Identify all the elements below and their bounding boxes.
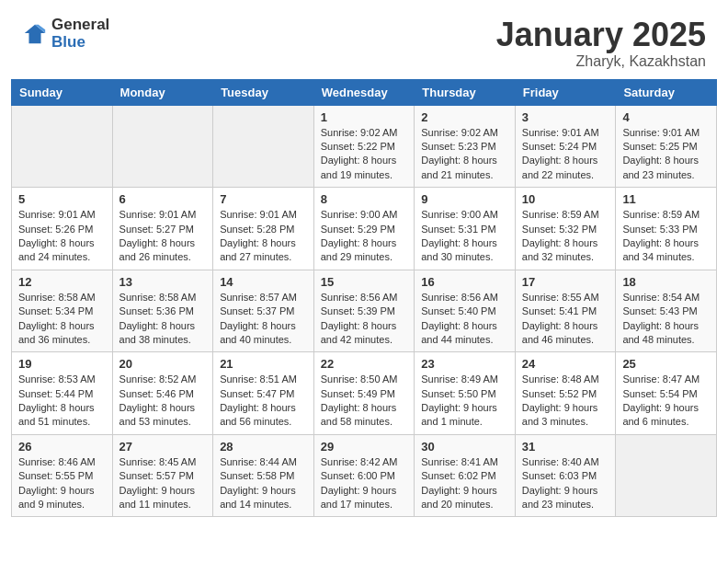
day-of-week-header: Friday (515, 79, 616, 105)
day-number: 11 (622, 192, 710, 206)
calendar-day-cell: 4Sunrise: 9:01 AMSunset: 5:25 PMDaylight… (616, 105, 717, 188)
calendar-day-cell: 12Sunrise: 8:58 AMSunset: 5:34 PMDayligh… (12, 270, 113, 352)
day-number: 16 (421, 275, 508, 289)
day-info: Sunrise: 9:01 AMSunset: 5:28 PMDaylight:… (220, 208, 307, 265)
calendar-day-cell: 16Sunrise: 8:56 AMSunset: 5:40 PMDayligh… (415, 270, 516, 352)
day-of-week-header: Tuesday (213, 79, 314, 105)
day-number: 17 (522, 275, 609, 289)
calendar-day-cell: 3Sunrise: 9:01 AMSunset: 5:24 PMDaylight… (515, 105, 616, 188)
calendar-day-cell: 1Sunrise: 9:02 AMSunset: 5:22 PMDaylight… (313, 105, 415, 188)
day-info: Sunrise: 8:55 AMSunset: 5:41 PMDaylight:… (522, 291, 609, 348)
day-number: 29 (321, 440, 408, 454)
day-info: Sunrise: 8:47 AMSunset: 5:54 PMDaylight:… (622, 373, 710, 430)
day-number: 19 (18, 357, 106, 371)
day-of-week-header: Monday (112, 79, 213, 105)
day-of-week-header: Sunday (12, 79, 113, 105)
day-number: 4 (622, 110, 710, 124)
day-info: Sunrise: 8:41 AMSunset: 6:02 PMDaylight:… (421, 455, 508, 512)
header-row: SundayMondayTuesdayWednesdayThursdayFrid… (12, 79, 717, 105)
calendar-day-cell: 27Sunrise: 8:45 AMSunset: 5:57 PMDayligh… (112, 434, 213, 517)
day-number: 23 (421, 357, 508, 371)
calendar-day-cell: 2Sunrise: 9:02 AMSunset: 5:23 PMDaylight… (415, 105, 516, 188)
calendar-day-cell: 22Sunrise: 8:50 AMSunset: 5:49 PMDayligh… (313, 352, 415, 435)
calendar-day-cell: 30Sunrise: 8:41 AMSunset: 6:02 PMDayligh… (415, 434, 516, 517)
day-number: 30 (421, 440, 508, 454)
calendar-day-cell: 23Sunrise: 8:49 AMSunset: 5:50 PMDayligh… (415, 352, 516, 435)
calendar-day-cell: 24Sunrise: 8:48 AMSunset: 5:52 PMDayligh… (515, 352, 616, 435)
day-number: 18 (622, 275, 710, 289)
day-info: Sunrise: 8:50 AMSunset: 5:49 PMDaylight:… (321, 373, 408, 430)
day-info: Sunrise: 8:59 AMSunset: 5:33 PMDaylight:… (622, 208, 710, 265)
calendar-day-cell (12, 105, 113, 188)
day-number: 26 (18, 440, 106, 454)
day-info: Sunrise: 8:51 AMSunset: 5:47 PMDaylight:… (220, 373, 307, 430)
day-info: Sunrise: 8:56 AMSunset: 5:40 PMDaylight:… (421, 291, 508, 348)
day-info: Sunrise: 9:00 AMSunset: 5:29 PMDaylight:… (321, 208, 408, 265)
day-info: Sunrise: 8:40 AMSunset: 6:03 PMDaylight:… (522, 455, 609, 512)
logo: General Blue (22, 17, 109, 51)
logo-icon (22, 21, 48, 47)
calendar-day-cell: 17Sunrise: 8:55 AMSunset: 5:41 PMDayligh… (515, 270, 616, 352)
calendar-day-cell: 8Sunrise: 9:00 AMSunset: 5:29 PMDaylight… (313, 188, 415, 270)
day-info: Sunrise: 9:01 AMSunset: 5:25 PMDaylight:… (622, 126, 710, 183)
day-number: 3 (522, 110, 609, 124)
day-info: Sunrise: 8:48 AMSunset: 5:52 PMDaylight:… (522, 373, 609, 430)
day-number: 9 (421, 192, 508, 206)
calendar-day-cell: 26Sunrise: 8:46 AMSunset: 5:55 PMDayligh… (12, 434, 113, 517)
calendar-day-cell: 10Sunrise: 8:59 AMSunset: 5:32 PMDayligh… (515, 188, 616, 270)
day-info: Sunrise: 9:02 AMSunset: 5:23 PMDaylight:… (421, 126, 508, 183)
calendar-day-cell: 25Sunrise: 8:47 AMSunset: 5:54 PMDayligh… (616, 352, 717, 435)
day-info: Sunrise: 8:58 AMSunset: 5:34 PMDaylight:… (18, 291, 106, 348)
calendar-week-row: 19Sunrise: 8:53 AMSunset: 5:44 PMDayligh… (12, 352, 717, 435)
day-of-week-header: Thursday (415, 79, 516, 105)
day-number: 28 (220, 440, 307, 454)
calendar-header: SundayMondayTuesdayWednesdayThursdayFrid… (12, 79, 717, 105)
day-number: 8 (321, 192, 408, 206)
calendar-day-cell: 28Sunrise: 8:44 AMSunset: 5:58 PMDayligh… (213, 434, 314, 517)
day-number: 21 (220, 357, 307, 371)
calendar-day-cell: 9Sunrise: 9:00 AMSunset: 5:31 PMDaylight… (415, 188, 516, 270)
calendar-day-cell: 21Sunrise: 8:51 AMSunset: 5:47 PMDayligh… (213, 352, 314, 435)
day-info: Sunrise: 8:45 AMSunset: 5:57 PMDaylight:… (119, 455, 207, 512)
calendar-day-cell: 14Sunrise: 8:57 AMSunset: 5:37 PMDayligh… (213, 270, 314, 352)
calendar-week-row: 5Sunrise: 9:01 AMSunset: 5:26 PMDaylight… (12, 188, 717, 270)
day-info: Sunrise: 8:46 AMSunset: 5:55 PMDaylight:… (18, 455, 106, 512)
day-info: Sunrise: 8:53 AMSunset: 5:44 PMDaylight:… (18, 373, 106, 430)
calendar-day-cell: 6Sunrise: 9:01 AMSunset: 5:27 PMDaylight… (112, 188, 213, 270)
calendar-day-cell: 5Sunrise: 9:01 AMSunset: 5:26 PMDaylight… (12, 188, 113, 270)
calendar-subtitle: Zharyk, Kazakhstan (496, 53, 706, 70)
day-info: Sunrise: 8:52 AMSunset: 5:46 PMDaylight:… (119, 373, 207, 430)
day-info: Sunrise: 8:54 AMSunset: 5:43 PMDaylight:… (622, 291, 710, 348)
calendar-day-cell: 20Sunrise: 8:52 AMSunset: 5:46 PMDayligh… (112, 352, 213, 435)
logo-text: General Blue (51, 17, 109, 51)
day-number: 12 (18, 275, 106, 289)
day-info: Sunrise: 8:42 AMSunset: 6:00 PMDaylight:… (321, 455, 408, 512)
day-info: Sunrise: 9:01 AMSunset: 5:26 PMDaylight:… (18, 208, 106, 265)
day-of-week-header: Wednesday (313, 79, 415, 105)
logo-blue-text: Blue (51, 34, 109, 52)
day-of-week-header: Saturday (616, 79, 717, 105)
day-info: Sunrise: 9:00 AMSunset: 5:31 PMDaylight:… (421, 208, 508, 265)
day-number: 7 (220, 192, 307, 206)
calendar-week-row: 1Sunrise: 9:02 AMSunset: 5:22 PMDaylight… (12, 105, 717, 188)
day-info: Sunrise: 8:58 AMSunset: 5:36 PMDaylight:… (119, 291, 207, 348)
calendar-day-cell: 19Sunrise: 8:53 AMSunset: 5:44 PMDayligh… (12, 352, 113, 435)
calendar-day-cell: 11Sunrise: 8:59 AMSunset: 5:33 PMDayligh… (616, 188, 717, 270)
day-number: 25 (622, 357, 710, 371)
calendar-week-row: 26Sunrise: 8:46 AMSunset: 5:55 PMDayligh… (12, 434, 717, 517)
day-number: 15 (321, 275, 408, 289)
day-info: Sunrise: 8:49 AMSunset: 5:50 PMDaylight:… (421, 373, 508, 430)
day-info: Sunrise: 8:44 AMSunset: 5:58 PMDaylight:… (220, 455, 307, 512)
day-number: 13 (119, 275, 207, 289)
calendar-day-cell: 15Sunrise: 8:56 AMSunset: 5:39 PMDayligh… (313, 270, 415, 352)
day-info: Sunrise: 9:01 AMSunset: 5:27 PMDaylight:… (119, 208, 207, 265)
calendar-day-cell (112, 105, 213, 188)
day-number: 1 (321, 110, 408, 124)
day-number: 20 (119, 357, 207, 371)
calendar-day-cell: 7Sunrise: 9:01 AMSunset: 5:28 PMDaylight… (213, 188, 314, 270)
day-number: 5 (18, 192, 106, 206)
calendar-body: 1Sunrise: 9:02 AMSunset: 5:22 PMDaylight… (12, 105, 717, 517)
day-info: Sunrise: 8:59 AMSunset: 5:32 PMDaylight:… (522, 208, 609, 265)
day-info: Sunrise: 8:57 AMSunset: 5:37 PMDaylight:… (220, 291, 307, 348)
calendar-day-cell: 29Sunrise: 8:42 AMSunset: 6:00 PMDayligh… (313, 434, 415, 517)
